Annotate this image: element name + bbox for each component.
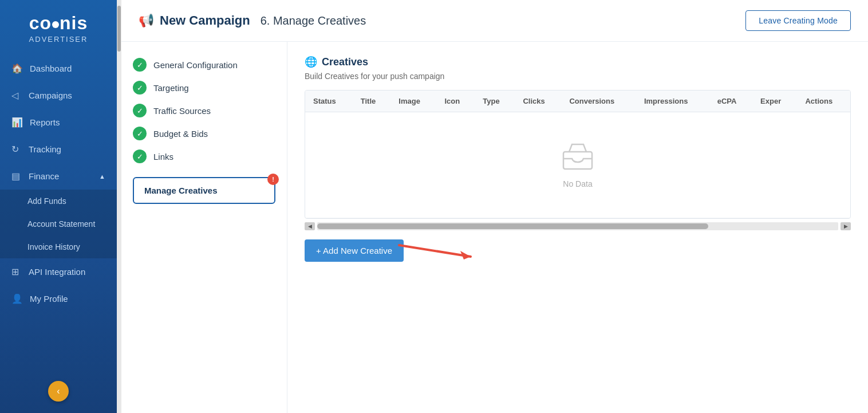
col-conversions: Conversions xyxy=(561,91,636,112)
campaign-icon: 📢 xyxy=(139,13,154,28)
chevron-up-icon: ▲ xyxy=(99,173,105,180)
reports-icon: 📊 xyxy=(11,117,23,128)
col-ecpa: eCPA xyxy=(709,91,752,112)
creatives-subtitle: Build Creatives for your push campaign xyxy=(305,72,851,81)
step-check-icon: ✓ xyxy=(133,58,147,72)
col-exper: Exper xyxy=(752,91,797,112)
horizontal-scrollbar[interactable]: ◀ ▶ xyxy=(305,222,851,230)
step-check-icon: ✓ xyxy=(133,127,147,140)
sidebar-item-label: Invoice History xyxy=(27,242,80,251)
scroll-track xyxy=(317,222,838,230)
globe-icon: 🌐 xyxy=(305,56,317,68)
sidebar-item-label: Campaigns xyxy=(29,91,105,100)
tracking-icon: ↻ xyxy=(11,144,22,155)
main-body: ✓ General Configuration ✓ Targeting ✓ Tr… xyxy=(121,42,868,413)
step-badge: ! xyxy=(267,174,279,185)
step-traffic-sources[interactable]: ✓ Traffic Sources xyxy=(133,104,275,117)
campaign-title: New Campaign xyxy=(160,13,250,28)
api-icon: ⊞ xyxy=(11,266,22,277)
step-manage-creatives[interactable]: Manage Creatives ! xyxy=(133,177,275,204)
sidebar-item-label: API Integration xyxy=(29,267,105,277)
sidebar-item-add-funds[interactable]: Add Funds xyxy=(0,190,117,213)
no-data-area: No Data xyxy=(313,119,842,211)
steps-panel: ✓ General Configuration ✓ Targeting ✓ Tr… xyxy=(121,42,287,413)
step-item-label: Links xyxy=(153,152,173,162)
creatives-header: 🌐 Creatives xyxy=(305,56,851,68)
chevron-left-icon: ‹ xyxy=(57,386,60,396)
scroll-right-arrow[interactable]: ▶ xyxy=(841,222,851,230)
col-clicks: Clicks xyxy=(515,91,561,112)
sidebar-nav: 🏠 Dashboard ◁ Campaigns 📊 Reports ↻ Trac… xyxy=(0,55,117,379)
sidebar-item-invoice-history[interactable]: Invoice History xyxy=(0,235,117,258)
sidebar-item-my-profile[interactable]: 👤 My Profile xyxy=(0,285,117,312)
step-label: 6. Manage Creatives xyxy=(261,14,366,27)
sidebar-item-campaigns[interactable]: ◁ Campaigns xyxy=(0,82,117,109)
sidebar-item-finance[interactable]: ▤ Finance ▲ xyxy=(0,163,117,190)
svg-rect-0 xyxy=(563,152,592,169)
sidebar-item-label: Account Statement xyxy=(27,219,95,229)
sidebar-item-label: Tracking xyxy=(29,144,105,154)
main-content: 📢 New Campaign 6. Manage Creatives Leave… xyxy=(121,0,868,413)
creatives-table-wrapper: Status Title Image Icon Type Clicks Conv… xyxy=(305,90,851,219)
sidebar-item-label: Finance xyxy=(29,171,92,181)
step-check-icon: ✓ xyxy=(133,150,147,163)
sidebar-logo-area: conis Advertiser xyxy=(0,0,117,49)
sidebar-item-api-integration[interactable]: ⊞ API Integration xyxy=(0,258,117,285)
add-new-creative-button[interactable]: + Add New Creative xyxy=(305,239,404,262)
finance-icon: ▤ xyxy=(11,171,22,182)
sidebar-item-label: Reports xyxy=(30,117,105,127)
sidebar-item-dashboard[interactable]: 🏠 Dashboard xyxy=(0,55,117,82)
col-status: Status xyxy=(305,91,353,112)
sidebar: conis Advertiser 🏠 Dashboard ◁ Campaigns… xyxy=(0,0,117,413)
sidebar-item-label: Dashboard xyxy=(30,64,105,73)
campaigns-icon: ◁ xyxy=(11,90,22,101)
sidebar-item-label: Add Funds xyxy=(27,196,66,206)
main-header: 📢 New Campaign 6. Manage Creatives Leave… xyxy=(121,0,868,42)
arrow-annotation xyxy=(396,228,488,262)
step-general-configuration[interactable]: ✓ General Configuration xyxy=(133,58,275,72)
step-links[interactable]: ✓ Links xyxy=(133,150,275,163)
col-impressions: Impressions xyxy=(636,91,709,112)
step-check-icon: ✓ xyxy=(133,104,147,117)
step-item-label: Targeting xyxy=(153,83,189,93)
logo-text: conis xyxy=(29,13,88,34)
step-item-label: Manage Creatives xyxy=(144,186,218,195)
creatives-title: Creatives xyxy=(322,56,368,68)
leave-creating-mode-button[interactable]: Leave Creating Mode xyxy=(745,10,851,31)
sidebar-item-tracking[interactable]: ↻ Tracking xyxy=(0,136,117,163)
finance-submenu: Add Funds Account Statement Invoice Hist… xyxy=(0,190,117,258)
collapse-sidebar-button[interactable]: ‹ xyxy=(48,381,69,402)
content-panel: 🌐 Creatives Build Creatives for your pus… xyxy=(287,42,868,413)
sidebar-item-label: My Profile xyxy=(30,294,105,304)
step-item-label: Traffic Sources xyxy=(153,106,211,116)
creatives-table-header: Status Title Image Icon Type Clicks Conv… xyxy=(305,91,850,112)
col-icon: Icon xyxy=(436,91,475,112)
scroll-thumb xyxy=(317,223,708,229)
sidebar-scrollbar xyxy=(117,0,121,413)
step-item-label: Budget & Bids xyxy=(153,129,208,139)
col-actions: Actions xyxy=(797,91,850,112)
col-type: Type xyxy=(475,91,515,112)
col-image: Image xyxy=(390,91,436,112)
step-targeting[interactable]: ✓ Targeting xyxy=(133,81,275,95)
no-data-text: No Data xyxy=(563,179,592,188)
add-creative-container: + Add New Creative xyxy=(305,234,404,262)
header-actions: Leave Creating Mode xyxy=(745,10,851,31)
step-check-icon: ✓ xyxy=(133,81,147,95)
inbox-icon xyxy=(561,141,595,175)
sidebar-item-reports[interactable]: 📊 Reports xyxy=(0,109,117,136)
step-budget-bids[interactable]: ✓ Budget & Bids xyxy=(133,127,275,140)
step-item-label: General Configuration xyxy=(153,60,238,70)
creatives-table-body: No Data xyxy=(305,112,850,218)
creatives-table: Status Title Image Icon Type Clicks Conv… xyxy=(305,91,850,218)
sidebar-item-account-statement[interactable]: Account Statement xyxy=(0,213,117,235)
profile-icon: 👤 xyxy=(11,293,23,304)
svg-marker-2 xyxy=(460,251,471,259)
scroll-left-arrow[interactable]: ◀ xyxy=(305,222,315,230)
col-title: Title xyxy=(353,91,391,112)
logo-subtitle: Advertiser xyxy=(29,35,88,44)
svg-line-1 xyxy=(399,245,471,257)
home-icon: 🏠 xyxy=(11,63,23,74)
